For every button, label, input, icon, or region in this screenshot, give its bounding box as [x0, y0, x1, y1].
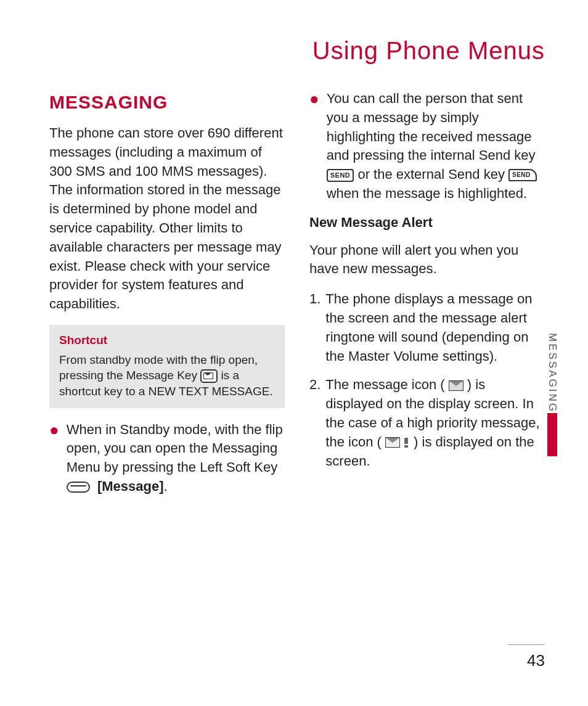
page-number: 43	[508, 644, 545, 670]
new-message-alert-heading: New Message Alert	[309, 213, 545, 232]
bullet-call-person: ● You can call the person that sent you …	[309, 89, 545, 203]
bullet-dot-icon: ●	[49, 422, 59, 496]
bullet-standby: ● When in Standby mode, with the flip op…	[49, 421, 285, 496]
bullet2-a: You can call the person that sent you a …	[327, 91, 536, 163]
step-1-text: The phone displays a message on the scre…	[325, 290, 545, 366]
exclamation-icon	[402, 437, 410, 448]
bullet2-c: when the message is highlighted.	[327, 186, 527, 201]
intro-paragraph: The phone can store over 690 different m…	[49, 124, 285, 314]
bullet-standby-after: .	[164, 478, 168, 494]
bullet2-b: or the external Send key	[357, 166, 508, 182]
bullet-standby-text: When in Standby mode, with the flip open…	[67, 422, 283, 475]
envelope-open-icon	[385, 437, 400, 448]
send-key-external-icon: SEND	[508, 169, 537, 181]
step-2-number: 2.	[309, 376, 321, 470]
side-tab-label: MESSAGING	[546, 333, 558, 413]
step2-a: The message icon (	[325, 377, 444, 392]
chapter-title: Using Phone Menus	[49, 37, 545, 65]
bullet-dot-icon: ●	[309, 91, 319, 203]
alert-intro: Your phone will alert you when you have …	[309, 241, 545, 279]
shortcut-box: Shortcut From standby mode with the flip…	[49, 325, 285, 408]
shortcut-title: Shortcut	[59, 332, 275, 348]
message-key-icon	[200, 369, 218, 383]
step-2: 2. The message icon ( ) is displayed on …	[309, 376, 545, 470]
left-soft-key-icon	[67, 482, 90, 493]
envelope-icon	[449, 380, 463, 391]
side-tab: MESSAGING	[546, 333, 558, 456]
side-tab-bar	[547, 413, 557, 456]
step-1: 1. The phone displays a message on the s…	[309, 290, 545, 366]
left-column: MESSAGING The phone can store over 690 d…	[49, 89, 285, 506]
send-key-internal-icon: SEND	[327, 169, 354, 182]
message-label: [Message]	[97, 478, 164, 494]
right-column: ● You can call the person that sent you …	[309, 89, 545, 506]
section-heading-messaging: MESSAGING	[49, 89, 285, 115]
step-1-number: 1.	[309, 290, 321, 366]
